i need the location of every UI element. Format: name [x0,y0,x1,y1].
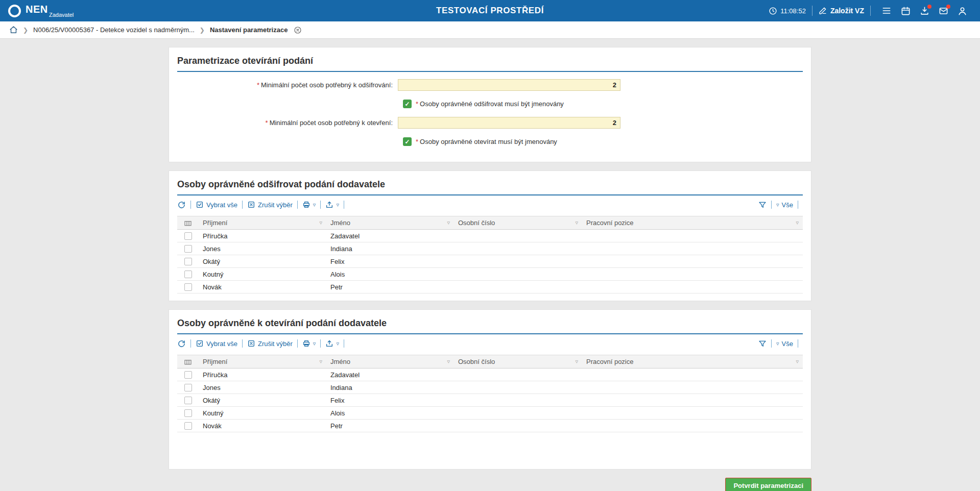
confirm-parametrization-button[interactable]: Potvrdit parametrizaci [725,478,811,491]
column-filter-icon[interactable] [319,359,322,364]
table-row[interactable]: Novák Petr [177,281,803,293]
breadcrumb-current: Nastavení parametrizace [210,26,288,34]
chevron-down-icon [313,202,316,208]
table-row[interactable]: Okátý Felix [177,394,803,407]
clock-icon [769,7,777,15]
refresh-icon[interactable] [177,201,186,209]
row-checkbox[interactable] [184,422,192,430]
row-checkbox[interactable] [184,397,192,404]
decrypt-named-label-text: Osoby oprávněné odšifrovat musí být jmen… [420,100,564,108]
column-filter-icon[interactable] [796,220,799,226]
row-checkbox[interactable] [184,384,192,391]
table-row[interactable]: Jones Indiana [177,381,803,394]
header-surname-label: Příjmení [203,219,227,227]
create-vz-button[interactable]: Založit VZ [819,7,864,15]
table-row[interactable]: Okátý Felix [177,255,803,268]
parametrization-section: Parametrizace otevírání podání *Minimáln… [169,47,811,162]
column-settings-icon[interactable] [184,358,192,366]
column-filter-icon[interactable] [447,220,450,226]
export-button[interactable] [325,201,339,209]
refresh-icon[interactable] [177,339,186,348]
breadcrumb-contract[interactable]: N006/25/V00005367 - Detekce vozidel s na… [33,26,195,34]
header-position-label: Pracovní pozice [586,358,634,365]
main-content: Parametrizace otevírání podání *Minimáln… [0,39,980,491]
chevron-down-icon [336,341,339,347]
downloads-icon[interactable] [920,6,929,16]
user-icon[interactable] [958,6,967,16]
row-checkbox[interactable] [184,409,192,417]
view-filter-button[interactable]: Vše [776,340,793,348]
column-filter-icon[interactable] [319,220,322,226]
header-first-name: Jméno [326,219,454,227]
table-row[interactable]: Koutný Alois [177,407,803,420]
cell-surname: Novák [199,422,326,430]
open-count-label-text: Minimální počet osob potřebný k otevření… [270,119,393,127]
table-header-row: Příjmení Jméno Osobní číslo Pracovní poz… [177,216,803,230]
breadcrumb: N006/25/V00005367 - Detekce vozidel s na… [0,21,980,39]
calendar-icon[interactable] [901,6,911,16]
select-all-button[interactable]: Vybrat vše [196,201,237,209]
decrypt-named-checkbox[interactable] [403,100,412,108]
topbar-separator [812,6,812,16]
cell-first-name: Felix [326,258,454,265]
row-checkbox[interactable] [184,232,192,240]
printer-icon [302,201,310,209]
column-settings-icon[interactable] [184,219,192,227]
table-row[interactable]: Novák Petr [177,420,803,432]
decrypt-count-input[interactable] [398,79,620,91]
row-checkbox[interactable] [184,245,192,253]
clear-selection-button[interactable]: Zrušit výběr [247,201,293,209]
cell-surname: Novák [199,283,326,291]
row-checkbox[interactable] [184,371,192,379]
filter-icon[interactable] [758,201,767,209]
row-checkbox[interactable] [184,258,192,265]
chevron-down-icon [313,341,316,347]
column-filter-icon[interactable] [447,359,450,364]
cell-surname: Koutný [199,409,326,417]
select-all-button[interactable]: Vybrat vše [196,339,237,348]
cell-surname: Příručka [199,371,326,379]
row-select-cell [177,245,199,253]
view-filter-button[interactable]: Vše [776,201,793,209]
filter-icon[interactable] [758,339,767,348]
open-named-checkbox[interactable] [403,137,412,146]
notification-badge [946,5,950,9]
clear-selection-label: Zrušit výběr [258,201,293,209]
view-filter-label: Vše [782,201,793,209]
topbar-actions: 11:08:52 Založit VZ [769,6,972,16]
open-count-label: *Minimální počet osob potřebný k otevřen… [177,119,398,127]
header-personal-number: Osobní číslo [454,219,582,227]
open-count-input[interactable] [398,117,620,129]
open-named-row: *Osoby oprávněné otevírat musí být jmeno… [403,136,803,148]
header-select-cell [177,358,199,366]
toolbar-separator [297,201,298,209]
create-vz-label: Založit VZ [830,7,864,15]
column-filter-icon[interactable] [575,220,578,226]
print-button[interactable] [302,201,316,209]
row-checkbox[interactable] [184,271,192,278]
close-tab-icon[interactable] [294,26,302,34]
export-button[interactable] [325,339,339,348]
print-button[interactable] [302,339,316,348]
table-row[interactable]: Příručka Zadavatel [177,230,803,242]
chevron-down-icon [776,202,779,208]
row-checkbox[interactable] [184,283,192,291]
app-logo[interactable]: NEN Zadavatel [8,4,74,18]
header-position: Pracovní pozice [582,358,803,365]
menu-icon[interactable] [881,6,892,16]
environment-title: TESTOVACÍ PROSTŘEDÍ [436,6,544,16]
column-filter-icon[interactable] [796,359,799,364]
toolbar-separator [320,201,321,209]
cell-first-name: Zadavatel [326,371,454,379]
cell-first-name: Zadavatel [326,232,454,240]
home-icon[interactable] [9,26,18,34]
column-filter-icon[interactable] [575,359,578,364]
clear-selection-button[interactable]: Zrušit výběr [247,339,293,348]
open-table-title: Osoby oprávněné k otevírání podání dodav… [177,316,803,334]
table-row[interactable]: Jones Indiana [177,242,803,255]
cell-surname: Jones [199,384,326,391]
table-row[interactable]: Koutný Alois [177,268,803,281]
table-row[interactable]: Příručka Zadavatel [177,369,803,381]
messages-icon[interactable] [939,6,948,16]
open-named-label: *Osoby oprávněné otevírat musí být jmeno… [416,138,557,145]
